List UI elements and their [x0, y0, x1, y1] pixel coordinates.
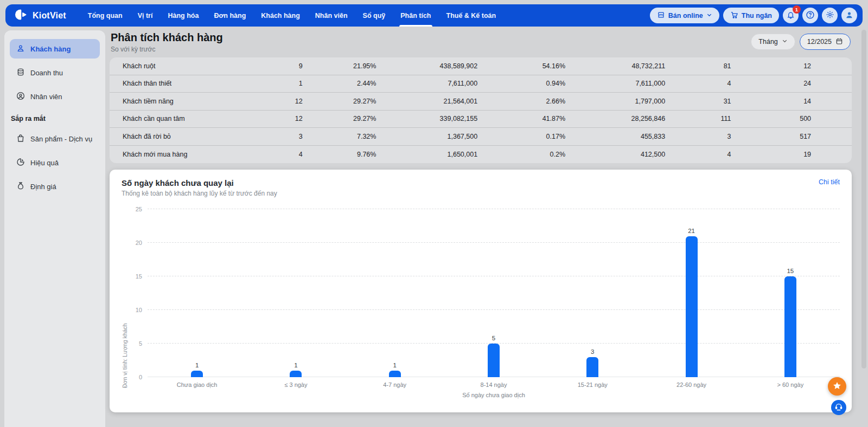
- x-tick-label: 8-14 ngày: [444, 381, 543, 388]
- table-cell: 12: [731, 62, 812, 70]
- table-cell: 2.66%: [477, 98, 565, 105]
- table-cell: 0.94%: [477, 80, 565, 87]
- sidebar-item[interactable]: Khách hàng: [10, 39, 100, 59]
- bar-group: 5: [444, 209, 543, 377]
- table-cell: 31: [665, 98, 731, 105]
- nav-item-link[interactable]: Nhân viên: [308, 4, 355, 27]
- page-scrollbar[interactable]: [861, 30, 866, 422]
- date-value: 12/2025: [807, 38, 832, 46]
- nav-item-link[interactable]: Tổng quan: [80, 4, 130, 27]
- table-cell: 12: [243, 98, 303, 105]
- nav-item-link[interactable]: Sổ quỹ: [355, 4, 393, 27]
- nav-item-link[interactable]: Hàng hóa: [160, 4, 206, 27]
- y-tick-label: 0: [139, 374, 142, 380]
- nav-item-active[interactable]: Phân tích: [393, 4, 438, 27]
- scrollbar-thumb[interactable]: [861, 30, 866, 368]
- chart-bar[interactable]: [191, 371, 203, 377]
- settings-button[interactable]: [822, 8, 838, 23]
- product-service-icon: [16, 134, 25, 144]
- table-cell: 19: [731, 151, 812, 158]
- sidebar-item[interactable]: Hiệu quả: [10, 153, 100, 172]
- table-cell: 2.44%: [303, 80, 376, 87]
- table-cell: 7,611,000: [565, 80, 665, 87]
- sidebar-item-label: Hiệu quả: [30, 159, 59, 167]
- table-row[interactable]: Khách đã rời bỏ37.32%1,367,5000.17%455,8…: [110, 128, 852, 146]
- table-cell: 455,833: [565, 133, 665, 140]
- store-icon: [657, 11, 665, 21]
- table-cell: 12: [243, 115, 303, 122]
- user-avatar[interactable]: [841, 8, 857, 23]
- y-tick-label: 20: [136, 240, 142, 246]
- y-axis-title: Đơn vị tính: Lượng khách: [122, 220, 128, 388]
- sidebar-item[interactable]: Định giá: [10, 177, 100, 196]
- chart-plot-area: 0510152025111532115: [148, 209, 840, 377]
- chart-title: Số ngày khách chưa quay lại: [122, 178, 277, 187]
- brand[interactable]: KiotViet: [14, 8, 66, 24]
- y-tick-label: 10: [136, 307, 142, 313]
- table-row[interactable]: Khách thân thiết12.44%7,611,0000.94%7,61…: [110, 75, 852, 93]
- sidebar-item[interactable]: Sản phẩm - Dịch vụ: [10, 129, 100, 148]
- rating-fab[interactable]: [828, 377, 846, 396]
- nav-item-link[interactable]: Đơn hàng: [206, 4, 253, 27]
- ban-online-button[interactable]: Bán online: [650, 8, 719, 23]
- bar-group: 1: [148, 209, 246, 377]
- table-row[interactable]: Khách ruột921.95%438,589,90254.16%48,732…: [110, 57, 852, 75]
- detail-link[interactable]: Chi tiết: [819, 178, 840, 186]
- chart-bar[interactable]: [784, 276, 796, 377]
- bars-layer: 111532115: [148, 209, 840, 377]
- bar-value-label: 15: [787, 268, 794, 274]
- support-fab[interactable]: [831, 400, 846, 415]
- segment-name: Khách cần quan tâm: [123, 115, 243, 122]
- table-cell: 21,564,001: [376, 98, 477, 105]
- y-tick-label: 15: [136, 273, 142, 280]
- table-cell: 4: [243, 151, 303, 158]
- table-row[interactable]: Khách tiềm năng1229.27%21,564,0012.66%1,…: [110, 93, 852, 111]
- segment-name: Khách mới mua hàng: [123, 151, 243, 158]
- table-row[interactable]: Khách mới mua hàng49.76%1,650,0010.2%412…: [110, 146, 852, 164]
- table-cell: 81: [665, 62, 731, 70]
- chart-bar[interactable]: [686, 236, 698, 377]
- cart-icon: [730, 11, 738, 21]
- notifications-button[interactable]: 1: [783, 8, 799, 23]
- nav-item-link[interactable]: Thuế & Kế toán: [439, 4, 504, 27]
- table-cell: 9.76%: [303, 151, 376, 158]
- brand-name: KiotViet: [33, 11, 66, 21]
- kiotviet-logo-icon: [14, 8, 28, 24]
- table-cell: 4: [665, 80, 731, 87]
- star-icon: [832, 381, 842, 392]
- bar-value-label: 1: [393, 362, 397, 368]
- thu-ngan-button[interactable]: Thu ngân: [723, 8, 779, 23]
- nav-item-link[interactable]: Khách hàng: [253, 4, 308, 27]
- question-icon: [806, 10, 815, 21]
- chevron-down-icon: [706, 12, 712, 20]
- sidebar: Khách hàngDoanh thuNhân viênSắp ra mắtSả…: [4, 30, 105, 427]
- bar-group: 21: [642, 209, 741, 377]
- period-dropdown[interactable]: Tháng: [751, 34, 795, 50]
- table-cell: 1: [243, 80, 303, 87]
- pricing-icon: [16, 182, 25, 192]
- thu-ngan-label: Thu ngân: [742, 12, 772, 20]
- help-button[interactable]: [802, 8, 818, 23]
- table-cell: 111: [665, 115, 731, 122]
- bar-chart: Đơn vị tính: Lượng khách 051015202511153…: [122, 209, 840, 398]
- notification-badge: 1: [793, 5, 801, 14]
- bar-value-label: 21: [688, 228, 695, 234]
- chart-bar[interactable]: [389, 371, 401, 377]
- table-row[interactable]: Khách cần quan tâm1229.27%339,082,15541.…: [110, 111, 852, 128]
- main-content: Phân tích khách hàng So với kỳ trước Thá…: [110, 29, 852, 412]
- y-tick-label: 5: [139, 340, 142, 347]
- chart-bar[interactable]: [488, 344, 500, 377]
- headset-icon: [834, 403, 843, 413]
- x-tick-label: ≤ 3 ngày: [246, 381, 345, 388]
- ban-online-label: Bán online: [668, 12, 703, 20]
- nav-item-link[interactable]: Vị trí: [130, 4, 161, 27]
- period-label: Tháng: [758, 38, 777, 46]
- chart-bar[interactable]: [586, 357, 598, 377]
- sidebar-item[interactable]: Doanh thu: [10, 63, 100, 82]
- sidebar-item[interactable]: Nhân viên: [10, 87, 100, 106]
- date-picker[interactable]: 12/2025: [800, 34, 851, 50]
- table-cell: 438,589,902: [376, 62, 477, 70]
- chart-bar[interactable]: [290, 371, 302, 377]
- table-cell: 28,256,846: [565, 115, 665, 122]
- table-cell: 29.27%: [303, 98, 376, 105]
